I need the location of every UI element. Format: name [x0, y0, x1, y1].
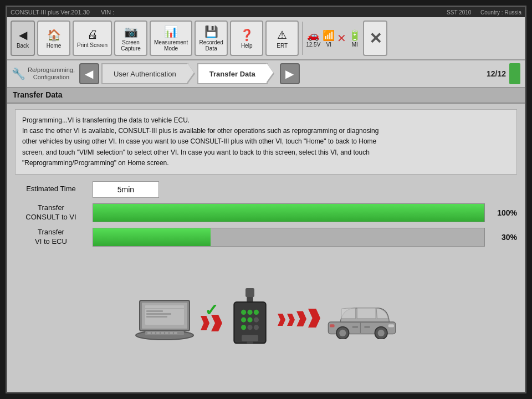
svg-point-23	[247, 317, 252, 322]
config-icon: 🔧	[12, 67, 25, 80]
estimated-time-row: Estimated Time 5min	[15, 181, 517, 198]
measurement-icon: 📊	[164, 25, 178, 38]
svg-rect-13	[146, 310, 163, 312]
svg-rect-8	[165, 332, 168, 334]
transfer1-row: Transfer CONSULT to VI 100%	[15, 203, 517, 222]
progress-indicator	[509, 63, 520, 84]
transfer2-row: Transfer VI to ECU 30%	[15, 228, 517, 247]
svg-point-21	[254, 310, 259, 315]
main-content: Programming...VI is transferring the dat…	[7, 104, 525, 392]
svg-point-25	[241, 325, 246, 330]
laptop-diagram	[134, 298, 195, 342]
svg-rect-4	[147, 332, 151, 334]
transfer1-bar-fill	[93, 204, 484, 222]
print-screen-button[interactable]: 🖨 Print Screen	[73, 21, 112, 56]
svg-point-27	[254, 325, 259, 330]
step-arrow-fill	[187, 63, 194, 82]
vi-signal-status: 📶 VI	[323, 29, 335, 48]
sst-label: SST 2010	[447, 9, 471, 16]
capture-icon: 📷	[124, 25, 138, 38]
svg-rect-38	[352, 326, 358, 328]
svg-point-22	[241, 317, 246, 322]
svg-rect-28	[242, 335, 258, 341]
transfer2-label: Transfer VI to ECU	[15, 228, 87, 247]
svg-rect-14	[146, 313, 171, 315]
svg-point-19	[241, 310, 246, 315]
step2-arrow-fill	[267, 63, 273, 82]
toolbar: ◀ Back 🏠 Home 🖨 Print Screen 📷 Screen Ca…	[7, 17, 525, 60]
vi-device-icon	[228, 288, 272, 351]
recorded-data-button[interactable]: 💾 Recorded Data	[195, 21, 228, 56]
svg-point-24	[254, 317, 259, 322]
arrow4	[287, 314, 295, 326]
svg-rect-39	[364, 326, 370, 328]
help-icon: ❓	[240, 28, 254, 42]
svg-point-26	[247, 325, 252, 330]
transfer1-label: Transfer CONSULT to VI	[15, 203, 87, 222]
x-icon: ✕	[337, 32, 346, 45]
svg-point-32	[339, 330, 346, 336]
config-nav-item: 🔧 Re/programming, Configuration	[12, 66, 75, 81]
svg-point-34	[378, 330, 385, 336]
home-icon: 🏠	[47, 28, 61, 42]
country-label: Country : Russia	[480, 9, 521, 16]
app-title: CONSULT-III plus Ver.201.30	[11, 9, 90, 16]
svg-rect-6	[156, 332, 160, 334]
arrow2	[211, 315, 222, 331]
svg-rect-3	[145, 331, 184, 335]
signal-icon: 📶	[323, 29, 335, 42]
transfer1-arrow: ✓	[201, 308, 222, 331]
ert-icon: ⚠	[277, 28, 287, 42]
title-bar: CONSULT-III plus Ver.201.30 VIN : SST 20…	[7, 7, 525, 17]
arrow3	[278, 314, 285, 326]
nav-forward-button[interactable]: ▶	[280, 63, 300, 84]
svg-rect-11	[145, 305, 184, 325]
laptop-icon	[134, 298, 195, 342]
progress-section: Estimated Time 5min Transfer CONSULT to …	[15, 181, 517, 247]
svg-rect-10	[174, 332, 177, 334]
back-button[interactable]: ◀ Back	[11, 21, 35, 56]
svg-rect-5	[152, 332, 155, 334]
car-diagram	[326, 300, 398, 339]
svg-rect-36	[330, 325, 335, 328]
close-button[interactable]: ✕	[363, 21, 387, 56]
vi-device-diagram	[228, 288, 272, 351]
svg-rect-35	[388, 325, 394, 328]
ert-button[interactable]: ⚠ ERT	[265, 21, 299, 56]
home-button[interactable]: 🏠 Home	[37, 21, 70, 56]
estimated-time-value: 5min	[93, 181, 159, 198]
svg-point-20	[247, 310, 252, 315]
battery-status: 🔋 MI	[349, 29, 361, 48]
svg-rect-7	[161, 332, 164, 334]
disconnect-status: ✕	[337, 32, 346, 45]
svg-rect-9	[170, 332, 173, 334]
battery-icon: 🔋	[349, 29, 361, 42]
back-icon: ◀	[19, 28, 27, 42]
diagram-area: ✓	[15, 253, 517, 386]
svg-rect-29	[247, 341, 253, 344]
nav-back-button[interactable]: ◀	[79, 63, 99, 84]
info-box: Programming...VI is transferring the dat…	[15, 109, 517, 175]
step-counter: 12/12	[487, 69, 506, 78]
screen-capture-button[interactable]: 📷 Screen Capture	[114, 21, 147, 56]
toolbar-separator	[302, 22, 303, 55]
transfer1-bar-container	[93, 203, 485, 222]
transfer2-percent: 30%	[490, 233, 517, 242]
transfer2-arrow	[278, 312, 320, 328]
section-title: Transfer Data	[7, 88, 525, 104]
print-icon: 🖨	[87, 28, 98, 41]
nav-step-transfer-data[interactable]: Transfer Data	[197, 63, 268, 84]
car-icon: 🚗	[307, 29, 319, 42]
measurement-mode-button[interactable]: 📊 Measurement Mode	[150, 21, 192, 56]
transfer1-percent: 100%	[490, 208, 517, 217]
svg-rect-15	[146, 316, 167, 318]
vin-label: VIN :	[101, 9, 114, 16]
nav-step-user-auth[interactable]: User Authentication	[101, 63, 188, 84]
arrow5	[296, 311, 306, 326]
help-button[interactable]: ❓ Help	[230, 21, 263, 56]
transfer2-bar-container	[93, 228, 485, 247]
svg-rect-17	[247, 297, 253, 302]
recorded-icon: 💾	[204, 25, 218, 38]
transfer2-bar-fill	[93, 228, 211, 246]
svg-rect-16	[245, 288, 254, 297]
